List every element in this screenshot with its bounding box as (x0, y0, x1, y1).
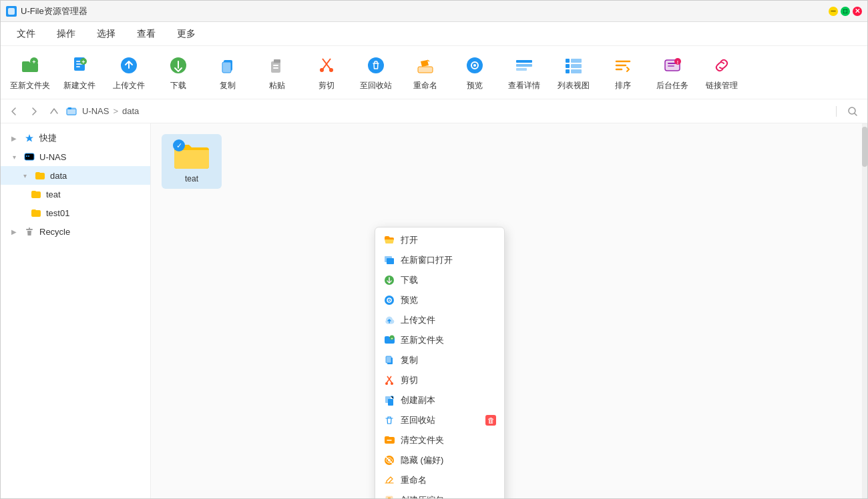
title-bar-left: U-File资源管理器 (6, 5, 87, 17)
toolbar-listview[interactable]: 列表视图 (550, 50, 598, 95)
maximize-button[interactable]: □ (841, 7, 850, 16)
ctx-recycle[interactable]: 至回收站 🗑 (375, 410, 504, 430)
scrollbar-thumb[interactable] (862, 127, 867, 167)
close-button[interactable]: ✕ (853, 7, 862, 16)
nav-back[interactable] (6, 103, 22, 119)
svg-rect-43 (68, 107, 71, 109)
minimize-button[interactable]: ─ (829, 7, 838, 16)
svg-rect-47 (26, 155, 27, 157)
sidebar-nas[interactable]: ▾ U-NAS (1, 147, 150, 166)
svg-rect-7 (76, 66, 80, 67)
menu-more[interactable]: 更多 (166, 25, 206, 43)
scrollbar[interactable] (862, 123, 867, 498)
nas-icon (23, 151, 35, 163)
svg-rect-62 (388, 399, 393, 406)
submenu-arrow: ▶ (491, 496, 496, 499)
sidebar-data[interactable]: ▾ data (1, 166, 150, 185)
delete-badge-icon: 🗑 (485, 415, 496, 426)
menu-file[interactable]: 文件 (6, 25, 46, 43)
expand-icon: ▶ (9, 133, 19, 143)
ctx-preview[interactable]: 预览 (375, 290, 504, 310)
toolbar-upload[interactable]: 上传文件 (105, 50, 153, 95)
nav-forward[interactable] (26, 103, 42, 119)
ctx-rename[interactable]: 重命名 (375, 470, 504, 490)
toolbar-recycle[interactable]: 至回收站 (352, 50, 400, 95)
nav-up[interactable] (46, 103, 62, 119)
toolbar-preview[interactable]: 预览 (451, 50, 499, 95)
ctx-download[interactable]: 下载 (375, 270, 504, 290)
sidebar-recycle[interactable]: ▶ Recycle (1, 222, 150, 241)
test01-folder-icon (30, 207, 42, 219)
path-server[interactable]: U-NAS (82, 106, 109, 116)
svg-point-60 (391, 382, 393, 385)
clone-icon (383, 394, 395, 406)
quick-access-icon (23, 132, 35, 144)
svg-text:!: ! (677, 60, 678, 65)
menu-action[interactable]: 操作 (46, 25, 86, 43)
svg-rect-13 (222, 62, 231, 73)
ctx-hide[interactable]: 隐藏 (偏好) (375, 450, 504, 470)
svg-point-25 (473, 64, 476, 67)
app-icon (6, 6, 17, 17)
sidebar-quick-access[interactable]: ▶ 快捷 (1, 129, 150, 147)
svg-rect-27 (516, 64, 532, 67)
folder-icon-teat: ✓ (173, 139, 210, 171)
toolbar-download[interactable]: 下载 (154, 50, 202, 95)
main-window: U-File资源管理器 ─ □ ✕ 文件 操作 选择 查看 更多 + 至 (0, 0, 868, 499)
ctx-open-new[interactable]: 在新窗口打开 (375, 250, 504, 270)
ctx-open[interactable]: 打开 (375, 230, 504, 250)
ctx-copy[interactable]: 复制 (375, 350, 504, 370)
toolbar-new-file[interactable]: + 新建文件 (55, 50, 103, 95)
toolbar-details[interactable]: 查看详情 (500, 50, 548, 95)
window-icon (383, 254, 395, 266)
toolbar-cut[interactable]: 剪切 (302, 50, 351, 95)
svg-point-59 (385, 382, 388, 385)
ctx-upload[interactable]: 上传文件 (375, 310, 504, 330)
toolbar-new-folder[interactable]: + 至新文件夹 (6, 50, 54, 95)
rename-icon (383, 474, 395, 486)
ctx-clear[interactable]: 清空文件夹 (375, 430, 504, 450)
svg-rect-58 (386, 356, 391, 363)
svg-rect-30 (571, 59, 582, 63)
sidebar-test01[interactable]: test01 (1, 203, 150, 222)
clear-folder-icon (383, 434, 395, 446)
svg-rect-38 (668, 65, 674, 67)
svg-rect-17 (273, 67, 278, 69)
path-folder[interactable]: data (122, 106, 139, 116)
toolbar-copy[interactable]: 复制 (204, 50, 252, 95)
toolbar-tasks[interactable]: ! 后台任务 (648, 50, 696, 95)
ctx-clone[interactable]: 创建副本 (375, 390, 504, 410)
address-bar: U-NAS > data (1, 99, 867, 123)
ctx-compress[interactable]: 创建压缩包 ▶ (375, 490, 504, 498)
svg-text:+: + (391, 336, 393, 340)
selection-badge: ✓ (173, 139, 185, 151)
data-expand-icon: ▾ (19, 170, 30, 181)
recycle-label: Recycle (39, 227, 70, 237)
toolbar-rename[interactable]: 重命名 (401, 50, 449, 95)
svg-rect-15 (274, 59, 280, 63)
ctx-cut[interactable]: 剪切 (375, 370, 504, 390)
menu-select[interactable]: 选择 (86, 25, 126, 43)
recycle-icon (23, 225, 35, 237)
svg-rect-66 (388, 498, 391, 498)
toolbar-links[interactable]: 链接管理 (698, 50, 746, 95)
archive-icon (383, 494, 395, 498)
toolbar: + 至新文件夹 + 新建文件 (1, 46, 867, 99)
search-button[interactable] (843, 102, 862, 121)
toolbar-sort[interactable]: 排序 (599, 50, 647, 95)
toolbar-paste[interactable]: 粘贴 (253, 50, 301, 95)
data-folder-icon (34, 169, 46, 181)
nas-label: U-NAS (39, 152, 66, 162)
ctx-new-folder[interactable]: + 至新文件夹 (375, 330, 504, 350)
svg-rect-33 (566, 69, 570, 73)
address-path: U-NAS > data (66, 106, 139, 117)
trash-icon (383, 414, 395, 426)
sidebar-teat[interactable]: teat (1, 185, 150, 203)
svg-point-19 (329, 68, 333, 72)
window-title: U-File资源管理器 (21, 5, 87, 17)
menu-view[interactable]: 查看 (126, 25, 166, 43)
svg-point-20 (368, 57, 384, 73)
context-menu: 打开 在新窗口打开 下载 (375, 227, 505, 498)
svg-rect-32 (571, 64, 582, 68)
folder-teat[interactable]: ✓ teat (162, 134, 222, 189)
